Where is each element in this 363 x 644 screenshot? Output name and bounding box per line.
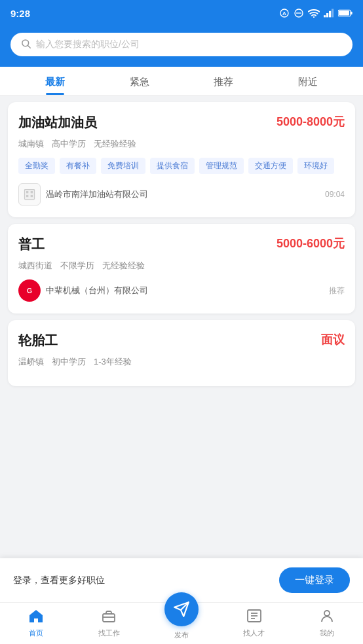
nav-find-job-label: 找工作 (98, 628, 120, 638)
tab-urgent[interactable]: 紧急 (98, 67, 182, 95)
company-info-2: G 中辈机械（台州）有限公司 (18, 279, 148, 302)
header: 输入您要搜索的职位/公司 (0, 26, 363, 67)
job-education-1: 高中学历 (52, 138, 86, 150)
job-salary-2: 5000-6000元 (277, 236, 345, 251)
job-education-3: 初中学历 (52, 356, 86, 368)
publish-circle (164, 592, 199, 626)
svg-rect-6 (326, 13, 328, 17)
status-bar: 9:28 A (0, 0, 363, 26)
job-salary-1: 5000-8000元 (277, 114, 345, 130)
svg-point-27 (324, 611, 330, 616)
svg-rect-17 (26, 195, 28, 197)
job-header-2: 普工 5000-6000元 (18, 236, 345, 253)
company-row-1: 温岭市南洋加油站有限公司 09:04 (18, 183, 345, 206)
svg-rect-7 (329, 11, 331, 18)
company-info-1: 温岭市南洋加油站有限公司 (18, 183, 148, 206)
tag-1-4: 管理规范 (199, 158, 244, 174)
recommend-badge-2: 推荐 (329, 285, 345, 296)
svg-rect-16 (31, 191, 33, 193)
nav-home[interactable]: 首页 (0, 603, 73, 644)
job-location-1: 城南镇 (18, 138, 44, 150)
svg-rect-21 (103, 614, 115, 622)
job-experience-1: 无经验经验 (94, 138, 136, 150)
company-name-2: 中辈机械（台州）有限公司 (46, 285, 148, 296)
job-location-3: 温峤镇 (18, 356, 44, 368)
notification-icon: A (279, 8, 290, 18)
briefcase-icon (101, 609, 117, 626)
job-education-2: 不限学历 (60, 260, 94, 272)
svg-rect-3 (296, 12, 301, 13)
svg-rect-15 (26, 191, 28, 193)
bottom-nav: 首页 找工作 发布 找人才 (0, 602, 363, 644)
job-location-2: 城西街道 (18, 260, 52, 272)
nav-find-talent-label: 找人才 (243, 628, 265, 638)
svg-text:A: A (282, 10, 286, 16)
job-salary-3: 面议 (321, 332, 345, 348)
tab-nearby[interactable]: 附近 (266, 67, 351, 95)
job-meta-1: 城南镇 高中学历 无经验经验 (18, 138, 345, 150)
svg-text:G: G (27, 287, 32, 295)
tag-1-5: 交通方便 (248, 158, 293, 174)
nav-mine[interactable]: 我的 (290, 603, 363, 644)
tag-1-3: 提供食宿 (150, 158, 195, 174)
status-icons: A (279, 8, 353, 18)
company-logo-2: G (18, 279, 41, 302)
nav-find-job[interactable]: 找工作 (73, 603, 145, 644)
search-icon (21, 39, 31, 50)
svg-rect-5 (324, 15, 326, 17)
job-experience-3: 1-3年经验 (94, 356, 132, 368)
search-placeholder: 输入您要搜索的职位/公司 (36, 39, 342, 50)
minus-icon (294, 8, 304, 18)
battery-icon (338, 9, 353, 17)
svg-rect-8 (332, 9, 334, 18)
company-logo-1 (18, 183, 41, 206)
svg-rect-10 (351, 12, 352, 15)
nav-home-label: 首页 (29, 628, 43, 638)
tag-1-1: 有餐补 (60, 158, 96, 174)
nav-publish[interactable]: 发布 (145, 603, 218, 644)
job-experience-2: 无经验经验 (102, 260, 145, 272)
job-list: 加油站加油员 5000-8000元 城南镇 高中学历 无经验经验 全勤奖 有餐补… (0, 96, 363, 393)
tab-latest[interactable]: 最新 (13, 67, 98, 95)
find-talent-icon (246, 609, 262, 626)
tag-1-6: 环境好 (297, 158, 334, 174)
job-card-3[interactable]: 轮胎工 面议 温峤镇 初中学历 1-3年经验 (8, 320, 355, 386)
nav-publish-label: 发布 (174, 630, 189, 640)
signal-icon (324, 9, 334, 18)
job-header-1: 加油站加油员 5000-8000元 (18, 114, 345, 132)
job-tags-1: 全勤奖 有餐补 免费培训 提供食宿 管理规范 交通方便 环境好 (18, 158, 345, 174)
nav-mine-label: 我的 (320, 628, 334, 638)
svg-line-13 (28, 46, 31, 48)
job-title-3: 轮胎工 (18, 332, 58, 349)
job-title-2: 普工 (18, 236, 45, 253)
home-icon (28, 609, 44, 626)
one-click-login-button[interactable]: 一键登录 (279, 567, 350, 593)
job-header-3: 轮胎工 面议 (18, 332, 345, 349)
job-meta-3: 温峤镇 初中学历 1-3年经验 (18, 356, 345, 368)
job-title-1: 加油站加油员 (18, 114, 97, 132)
status-time: 9:28 (10, 8, 30, 19)
wifi-icon (308, 9, 320, 18)
company-row-2: G 中辈机械（台州）有限公司 推荐 (18, 279, 345, 302)
svg-rect-18 (31, 195, 33, 197)
search-bar[interactable]: 输入您要搜索的职位/公司 (10, 33, 353, 56)
user-icon (319, 609, 335, 626)
tag-1-0: 全勤奖 (18, 158, 55, 174)
send-icon (173, 601, 190, 618)
tag-1-2: 免费培训 (101, 158, 145, 174)
nav-find-talent[interactable]: 找人才 (218, 603, 290, 644)
svg-rect-11 (339, 10, 349, 15)
svg-rect-14 (25, 190, 35, 200)
tab-recommend[interactable]: 推荐 (182, 67, 266, 95)
post-time-1: 09:04 (325, 190, 345, 199)
svg-point-4 (313, 16, 315, 18)
job-card-1[interactable]: 加油站加油员 5000-8000元 城南镇 高中学历 无经验经验 全勤奖 有餐补… (8, 102, 355, 217)
tabs-bar: 最新 紧急 推荐 附近 (0, 67, 363, 96)
login-hint: 登录，查看更多好职位 (13, 575, 105, 586)
job-meta-2: 城西街道 不限学历 无经验经验 (18, 260, 345, 272)
job-card-2[interactable]: 普工 5000-6000元 城西街道 不限学历 无经验经验 G 中辈机械（台州）… (8, 224, 355, 313)
company-name-1: 温岭市南洋加油站有限公司 (46, 188, 148, 200)
